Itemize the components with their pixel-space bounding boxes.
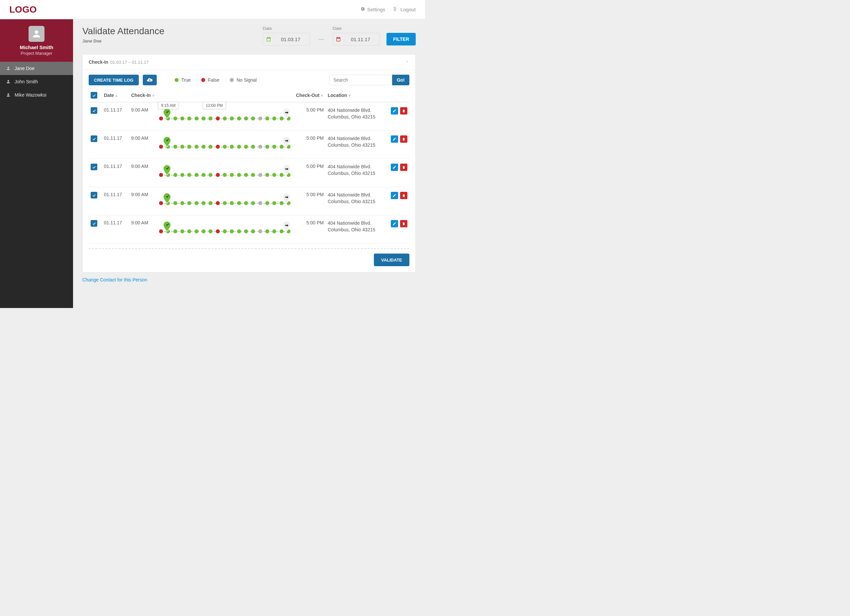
gear-icon bbox=[360, 6, 365, 13]
delete-button[interactable] bbox=[400, 220, 407, 227]
timeline-dot bbox=[230, 201, 234, 205]
logout-link[interactable]: Logout bbox=[393, 6, 416, 13]
timeline-dot bbox=[265, 229, 269, 233]
timeline-dot bbox=[180, 145, 184, 149]
col-checkout[interactable]: Check-Out bbox=[296, 93, 319, 98]
row-checkbox[interactable] bbox=[91, 135, 97, 142]
delete-button[interactable] bbox=[400, 107, 407, 115]
timeline-dot bbox=[244, 117, 248, 121]
edit-button[interactable] bbox=[391, 107, 398, 115]
timeline-dot bbox=[272, 201, 276, 205]
edit-button[interactable] bbox=[391, 192, 398, 199]
filter-button[interactable]: FILTER bbox=[386, 33, 416, 45]
cell-location: 404 Nationwide Blvd.Columbus, Ohio 43215 bbox=[328, 164, 387, 176]
checkin-pin-icon bbox=[162, 221, 172, 233]
settings-link[interactable]: Settings bbox=[360, 6, 385, 13]
search-go-button[interactable]: Go! bbox=[392, 75, 409, 85]
validate-button[interactable]: VALIDATE bbox=[374, 254, 409, 266]
sort-icon: ▼ bbox=[320, 94, 324, 97]
cell-date: 01.11.17 bbox=[102, 187, 129, 215]
table-row: 01.11.179:00 AM9:15 AM12:00 PM5:00 PM404… bbox=[89, 102, 409, 131]
timeline-dot bbox=[202, 145, 205, 149]
profile-name: Michael Smith bbox=[20, 45, 54, 50]
date-to-input[interactable]: 01.11.17 bbox=[333, 33, 380, 45]
cell-date: 01.11.17 bbox=[102, 159, 129, 187]
user-icon bbox=[6, 66, 10, 71]
row-checkbox[interactable] bbox=[91, 107, 97, 114]
timeline-dot bbox=[251, 145, 255, 149]
download-button[interactable] bbox=[143, 75, 157, 85]
cell-checkout: 5:00 PM bbox=[293, 159, 326, 187]
timeline-dot bbox=[180, 201, 184, 205]
row-checkbox[interactable] bbox=[91, 192, 97, 199]
cell-location: 404 Nationwide Blvd.Columbus, Ohio 43215 bbox=[328, 220, 387, 233]
panel-heading: Check-In bbox=[89, 60, 108, 65]
sidebar-item[interactable]: John Smith bbox=[0, 75, 73, 88]
date-from-label: Date bbox=[263, 26, 310, 31]
checkin-pin-icon bbox=[162, 164, 172, 176]
timeline-dot bbox=[208, 201, 212, 205]
col-location[interactable]: Location bbox=[328, 93, 347, 98]
date-from-value: 01.03.17 bbox=[274, 36, 310, 42]
timeline-dot bbox=[223, 173, 227, 177]
row-checkbox[interactable] bbox=[91, 220, 97, 227]
change-contact-link[interactable]: Change Contact for this Person bbox=[82, 277, 147, 283]
delete-button[interactable] bbox=[400, 192, 407, 199]
page-subtitle: Jane Doe bbox=[82, 39, 165, 43]
date-from-input[interactable]: 01.03.17 bbox=[263, 33, 310, 45]
checkout-pin-icon bbox=[282, 136, 291, 148]
timeline-dot bbox=[237, 117, 241, 121]
search-input[interactable] bbox=[329, 75, 392, 85]
timeline-dot bbox=[244, 145, 248, 149]
cell-checkin: 9:00 AM bbox=[131, 135, 153, 151]
timeline-dot bbox=[216, 117, 220, 121]
cell-date: 01.11.17 bbox=[102, 131, 129, 159]
checkin-pin-icon bbox=[162, 136, 172, 148]
timeline-dot bbox=[195, 117, 199, 121]
sidebar: Michael Smith Project Manager Jane DoeJo… bbox=[0, 19, 73, 308]
timeline-dot bbox=[202, 173, 205, 177]
col-checkin[interactable]: Check-In bbox=[131, 93, 151, 98]
timeline-dot bbox=[208, 145, 212, 149]
timeline-dot bbox=[272, 173, 276, 177]
sidebar-item[interactable]: Mike Wazowksi bbox=[0, 88, 73, 102]
legend-nosignal: No Signal bbox=[230, 77, 257, 83]
edit-button[interactable] bbox=[391, 164, 398, 171]
edit-button[interactable] bbox=[391, 135, 398, 143]
timeline-dot bbox=[208, 173, 212, 177]
collapse-toggle[interactable] bbox=[405, 59, 409, 65]
timeline-dot bbox=[272, 145, 276, 149]
timeline-dot bbox=[251, 117, 255, 121]
calendar-icon bbox=[263, 33, 274, 45]
timeline-dot bbox=[258, 229, 262, 233]
cell-checkin: 9:00 AM bbox=[131, 220, 153, 236]
select-all-checkbox[interactable] bbox=[91, 92, 97, 99]
timeline-dot bbox=[230, 145, 234, 149]
timeline-dot bbox=[187, 173, 191, 177]
timeline-dot bbox=[258, 145, 262, 149]
delete-button[interactable] bbox=[400, 164, 407, 171]
timeline: 9:15 AM12:00 PM bbox=[159, 109, 290, 123]
timeline bbox=[159, 193, 290, 208]
create-timelog-button[interactable]: CREATE TIME LOG bbox=[89, 75, 139, 85]
row-checkbox[interactable] bbox=[91, 164, 97, 170]
sidebar-item-label: John Smith bbox=[15, 79, 38, 84]
cell-checkin: 9:00 AM bbox=[131, 107, 153, 123]
col-date[interactable]: Date bbox=[104, 93, 114, 98]
time-tooltip: 9:15 AM bbox=[158, 102, 179, 109]
timeline-dot bbox=[237, 201, 241, 205]
timeline-dot bbox=[258, 173, 262, 177]
timeline-dot bbox=[173, 229, 177, 233]
delete-button[interactable] bbox=[400, 135, 407, 143]
timeline-dot bbox=[202, 229, 205, 233]
timeline-dot bbox=[216, 173, 220, 177]
timeline bbox=[159, 137, 290, 151]
checkin-pin-icon bbox=[162, 108, 172, 120]
cell-location: 404 Nationwide Blvd.Columbus, Ohio 43215 bbox=[328, 135, 387, 148]
timeline-dot bbox=[216, 229, 220, 233]
timeline-dot bbox=[230, 117, 234, 121]
date-separator: — bbox=[317, 33, 326, 45]
panel-range: 01.03.17 – 01.11.17 bbox=[110, 60, 149, 65]
edit-button[interactable] bbox=[391, 220, 398, 227]
sidebar-item[interactable]: Jane Doe bbox=[0, 62, 73, 75]
